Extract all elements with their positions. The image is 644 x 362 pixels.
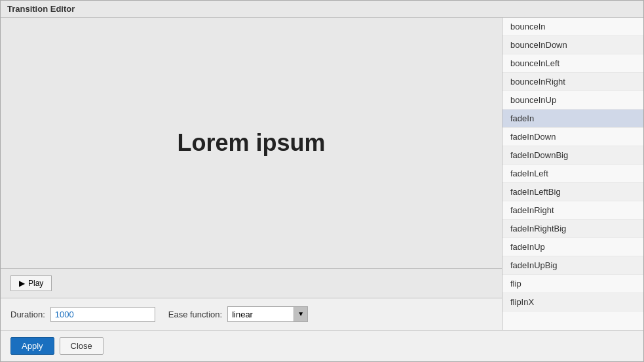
title-bar: Transition Editor (1, 1, 643, 18)
list-item[interactable]: bounceInLeft (502, 54, 643, 73)
list-item[interactable]: fadeInDown (502, 128, 643, 146)
ease-select[interactable]: linear ease ease-in ease-out ease-in-out (228, 308, 294, 321)
list-item[interactable]: fadeInUp (502, 238, 643, 256)
apply-button[interactable]: Apply (10, 337, 54, 355)
play-label: Play (28, 279, 43, 288)
list-item[interactable]: fadeInDownBig (502, 146, 643, 165)
list-item[interactable]: flip (502, 275, 643, 293)
transition-list: bounceIn bounceInDown bounceInLeft bounc… (502, 18, 643, 312)
list-item[interactable]: bounceInDown (502, 36, 643, 54)
close-button[interactable]: Close (60, 337, 104, 355)
bottom-bar: Apply Close (1, 330, 643, 361)
transition-editor-window: Transition Editor Lorem ipsum ▶ Play Dur… (0, 0, 644, 362)
list-item[interactable]: fadeInLeft (502, 165, 643, 183)
duration-input[interactable] (50, 307, 155, 322)
list-item[interactable]: fadeInRight (502, 201, 643, 220)
list-item[interactable]: fadeInLeftBig (502, 183, 643, 201)
list-item[interactable]: bounceIn (502, 18, 643, 36)
duration-group: Duration: (10, 307, 155, 322)
transition-list-panel: bounceIn bounceInDown bounceInLeft bounc… (502, 18, 643, 330)
main-area: Lorem ipsum ▶ Play Duration: Ease functi… (1, 18, 643, 330)
ease-select-wrapper: linear ease ease-in ease-out ease-in-out… (227, 306, 308, 322)
play-button-area: ▶ Play (1, 268, 502, 298)
controls-bar: Duration: Ease function: linear ease eas… (1, 298, 502, 330)
list-item[interactable]: bounceInUp (502, 91, 643, 110)
select-arrow-icon[interactable]: ▼ (294, 307, 307, 321)
window-title: Transition Editor (7, 4, 75, 14)
list-item[interactable]: bounceInRight (502, 73, 643, 91)
ease-label: Ease function: (168, 310, 222, 319)
duration-label: Duration: (10, 310, 45, 319)
play-button[interactable]: ▶ Play (10, 275, 52, 291)
list-item[interactable]: fadeInUpBig (502, 256, 643, 275)
list-item[interactable]: flipInX (502, 293, 643, 312)
play-icon: ▶ (19, 279, 25, 288)
list-item[interactable]: fadeInRightBig (502, 220, 643, 238)
preview-area: Lorem ipsum (1, 18, 502, 268)
list-item[interactable]: fadeIn (502, 110, 643, 128)
ease-group: Ease function: linear ease ease-in ease-… (168, 306, 308, 322)
left-panel: Lorem ipsum ▶ Play Duration: Ease functi… (1, 18, 502, 330)
preview-text: Lorem ipsum (177, 129, 325, 157)
